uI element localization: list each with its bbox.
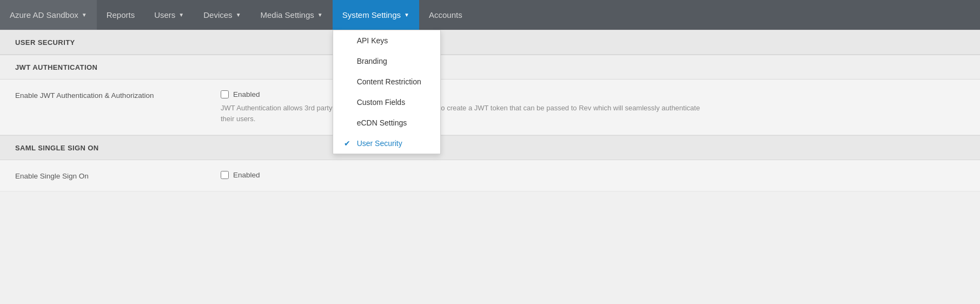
media-settings-label: Media Settings	[261, 10, 314, 19]
custom-fields-label: Custom Fields	[357, 98, 405, 107]
user-security-section-header: USER SECURITY	[0, 30, 980, 55]
devices-label: Devices	[203, 10, 232, 19]
system-settings-label: System Settings	[342, 10, 401, 19]
jwt-checkbox-label: Enabled	[233, 90, 260, 98]
dropdown-item-ecdn-settings[interactable]: eCDN Settings	[333, 113, 440, 133]
jwt-form-control: Enabled JWT Authentication allows 3rd pa…	[221, 90, 707, 124]
system-settings-dropdown: API Keys Branding Content Restriction Cu…	[333, 30, 441, 154]
jwt-checkbox-row: Enabled	[221, 90, 707, 98]
reports-label: Reports	[107, 10, 135, 19]
nav-brand[interactable]: Azure AD Sandbox ▼	[0, 0, 97, 30]
checkmark-icon: ✔	[344, 139, 353, 148]
media-settings-caret-icon: ▼	[317, 12, 323, 18]
user-security-label: User Security	[357, 139, 402, 148]
saml-section-header: SAML SINGLE SIGN ON	[0, 135, 980, 160]
ecdn-settings-label: eCDN Settings	[357, 118, 407, 127]
saml-form-control: Enabled	[221, 171, 260, 179]
users-label: Users	[154, 10, 175, 19]
saml-checkbox[interactable]	[221, 171, 229, 179]
dropdown-item-user-security[interactable]: ✔ User Security	[333, 133, 440, 154]
dropdown-item-custom-fields[interactable]: Custom Fields	[333, 92, 440, 113]
dropdown-item-branding[interactable]: Branding	[333, 51, 440, 71]
saml-form-row: Enable Single Sign On Enabled	[0, 160, 980, 191]
nav-item-media-settings[interactable]: Media Settings ▼	[251, 0, 333, 30]
jwt-checkbox[interactable]	[221, 90, 229, 98]
saml-checkbox-label: Enabled	[233, 171, 260, 179]
dropdown-item-content-restriction[interactable]: Content Restriction	[333, 71, 440, 92]
user-security-title: USER SECURITY	[15, 38, 75, 47]
nav-item-reports[interactable]: Reports	[97, 0, 145, 30]
nav-item-devices[interactable]: Devices ▼	[194, 0, 250, 30]
nav-item-accounts[interactable]: Accounts	[419, 0, 472, 30]
nav-item-system-settings[interactable]: System Settings ▼ API Keys Branding Cont…	[333, 0, 419, 30]
branding-label: Branding	[357, 57, 387, 65]
devices-caret-icon: ▼	[236, 12, 241, 18]
saml-title: SAML SINGLE SIGN ON	[15, 144, 99, 152]
dropdown-item-api-keys[interactable]: API Keys	[333, 30, 440, 51]
saml-checkbox-row: Enabled	[221, 171, 260, 179]
jwt-form-row: Enable JWT Authentication & Authorizatio…	[0, 80, 980, 135]
api-keys-label: API Keys	[357, 36, 388, 45]
jwt-section-header: JWT AUTHENTICATION	[0, 55, 980, 80]
system-settings-caret-icon: ▼	[404, 12, 409, 18]
content-restriction-label: Content Restriction	[357, 77, 421, 86]
saml-form-label: Enable Single Sign On	[15, 171, 221, 180]
brand-label: Azure AD Sandbox	[10, 10, 78, 19]
nav-item-users[interactable]: Users ▼	[144, 0, 194, 30]
navbar: Azure AD Sandbox ▼ Reports Users ▼ Devic…	[0, 0, 980, 30]
users-caret-icon: ▼	[178, 12, 184, 18]
accounts-label: Accounts	[429, 10, 462, 19]
brand-caret-icon: ▼	[82, 12, 87, 18]
jwt-form-label: Enable JWT Authentication & Authorizatio…	[15, 90, 221, 100]
jwt-description: JWT Authentication allows 3rd party deve…	[221, 103, 707, 124]
jwt-title: JWT AUTHENTICATION	[15, 63, 97, 71]
main-content: USER SECURITY JWT AUTHENTICATION Enable …	[0, 30, 980, 191]
